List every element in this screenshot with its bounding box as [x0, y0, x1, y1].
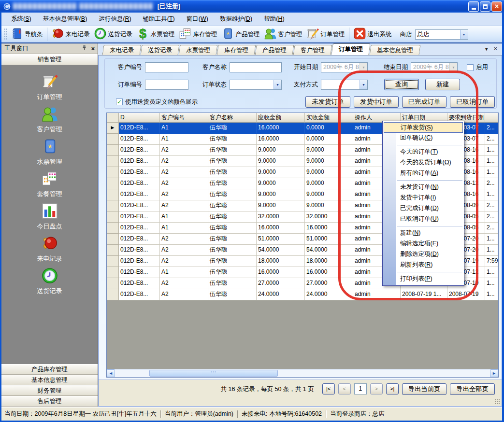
status-filter-button[interactable]: 已取消订单 [450, 96, 495, 108]
last-page-button[interactable]: >| [386, 383, 399, 394]
row-selector[interactable] [107, 200, 119, 211]
first-page-button[interactable]: |< [322, 383, 335, 394]
column-header[interactable]: 客户名称 [208, 113, 257, 123]
menubar-item[interactable]: 窗口(W) [181, 13, 214, 25]
close-button[interactable]: × [491, 1, 502, 12]
minimize-button[interactable] [468, 1, 479, 12]
query-button[interactable]: 查询 [384, 79, 419, 90]
scroll-left-icon[interactable]: ◄ [107, 369, 115, 377]
pay-method-select[interactable]: ▼ [321, 80, 368, 90]
toolbar-grip[interactable] [4, 28, 7, 41]
status-filter-button[interactable]: 发货中订单 [354, 96, 399, 108]
horizontal-scrollbar[interactable]: ◄ ► [107, 369, 498, 377]
enable-checkbox[interactable] [467, 64, 474, 71]
table-row[interactable]: 012D-E8...A2伍华聪24.000024.0000admin2008-0… [107, 289, 498, 300]
sidebar-item[interactable]: 订单管理 [1, 73, 98, 105]
context-menu-item[interactable]: 已取消订单(U) [383, 214, 464, 225]
tab-item[interactable]: 水票管理 [179, 45, 218, 55]
page-number-input[interactable]: 1 [354, 383, 367, 394]
row-selector[interactable]: ▶ [107, 123, 119, 134]
export-all-pages-button[interactable]: 导出全部页 [450, 383, 495, 395]
sidebar-group-bar[interactable]: 财务管理 [1, 385, 98, 396]
toolbar-button[interactable]: 导航条 [8, 26, 45, 42]
tab-item[interactable]: 基本信息管理 [370, 45, 421, 55]
sidebar-item[interactable]: 客户管理 [1, 105, 98, 138]
toolbar-button[interactable]: $水票管理 [134, 26, 177, 42]
sidebar-group-bar[interactable]: 售后管理 [1, 396, 98, 407]
menubar-item[interactable]: 数据维护(D) [214, 13, 258, 25]
row-selector[interactable] [107, 278, 119, 289]
row-selector[interactable] [107, 167, 119, 178]
context-menu-item[interactable]: 新建(N) [383, 228, 464, 239]
sidebar-item[interactable]: 套餐管理 [1, 170, 98, 202]
toolbar-button[interactable]: ★产品管理 [219, 26, 262, 42]
tab-close-icon[interactable]: × [494, 45, 497, 52]
context-menu-item[interactable]: 已完成订单(D) [383, 203, 464, 214]
tab-item[interactable]: 产品管理 [255, 45, 294, 55]
row-selector[interactable] [107, 245, 119, 256]
sidebar-group-bar[interactable]: 基本信息管理 [1, 375, 98, 385]
chevron-down-icon[interactable]: ▼ [460, 30, 468, 39]
context-menu-item[interactable]: 订单发货(S) [384, 122, 463, 133]
menubar-item[interactable]: 基本信息管理(B) [37, 13, 93, 25]
maximize-button[interactable] [480, 1, 490, 12]
menubar-item[interactable]: 运行信息(R) [93, 13, 137, 25]
row-selector[interactable] [107, 178, 119, 189]
next-page-button[interactable]: > [370, 383, 383, 394]
menubar-item[interactable]: 辅助工具(T) [137, 13, 181, 25]
menubar-item[interactable]: 帮助(H) [258, 13, 290, 25]
tab-item[interactable]: 来电记录 [102, 45, 142, 55]
row-selector[interactable] [107, 223, 119, 234]
context-menu-item[interactable]: 刷新列表(R) [383, 260, 464, 270]
scrollbar-thumb[interactable] [149, 370, 278, 377]
end-date-picker[interactable]: 2009年 6月 8日▼ [411, 62, 458, 72]
toolbar-button[interactable]: 客户管理 [262, 26, 304, 42]
scroll-right-icon[interactable]: ► [490, 369, 498, 377]
pin-icon[interactable] [81, 45, 87, 53]
context-menu-item[interactable]: 打印列表(P) [383, 274, 464, 284]
sidebar-item[interactable]: 来电记录 [1, 235, 98, 267]
row-selector[interactable] [107, 156, 119, 167]
order-status-select[interactable]: ▼ [230, 80, 282, 90]
context-menu-item[interactable]: 发货中订单(I) [383, 193, 464, 203]
sidebar-item[interactable]: ★水票管理 [1, 138, 98, 170]
row-selector[interactable] [107, 134, 119, 145]
tab-item[interactable]: 送货记录 [141, 45, 180, 55]
resize-grip[interactable] [494, 399, 500, 405]
column-header[interactable]: 应收金额 [257, 113, 305, 123]
new-button[interactable]: 新建 [425, 79, 460, 90]
customer-no-input[interactable] [145, 62, 188, 72]
sidebar-group-bar[interactable]: 产品库存管理 [1, 364, 98, 375]
row-selector[interactable] [107, 234, 119, 245]
sidebar-close-icon[interactable]: × [91, 45, 95, 52]
context-menu-item[interactable]: 今天的发货订单(O) [383, 157, 464, 168]
toolbar-button[interactable]: 来电记录 [49, 26, 92, 42]
status-filter-button[interactable]: 已完成订单 [402, 96, 447, 108]
toolbar-button[interactable]: 库存管理 [177, 26, 219, 42]
menubar-item[interactable]: 系统(S) [5, 13, 37, 25]
sidebar-item[interactable]: 今日盘点 [1, 202, 98, 235]
status-filter-button[interactable]: 未发货订单 [305, 96, 350, 108]
color-checkbox[interactable]: ✓ [116, 98, 123, 105]
column-header[interactable]: 客户编号 [160, 113, 208, 123]
sidebar-group-sales[interactable]: 销售管理 [1, 54, 98, 65]
context-menu-item[interactable]: 回单确认(C) [383, 133, 464, 143]
tab-item[interactable]: 客户管理 [293, 45, 332, 55]
start-date-picker[interactable]: 2009年 6月 8日▼ [321, 62, 368, 72]
context-menu-item[interactable]: 编辑选定项(E) [383, 239, 464, 249]
toolbar-button[interactable]: 送货记录 [92, 26, 134, 42]
column-header[interactable]: 实收金额 [305, 113, 353, 123]
context-menu-item[interactable]: 今天的订单(T) [383, 147, 464, 157]
tab-dropdown-icon[interactable]: ▼ [484, 46, 489, 52]
row-selector[interactable] [107, 256, 119, 267]
store-combo[interactable]: 总店▼ [415, 29, 468, 40]
context-menu-item[interactable]: 未发货订单(N) [383, 182, 464, 193]
row-selector[interactable] [107, 145, 119, 156]
prev-page-button[interactable]: < [338, 383, 351, 394]
toolbar-button[interactable]: 退出系统 [351, 26, 394, 42]
customer-name-input[interactable] [230, 62, 282, 72]
column-header[interactable] [485, 113, 498, 123]
order-no-input[interactable] [145, 80, 188, 90]
row-selector[interactable] [107, 289, 119, 300]
tab-active[interactable]: 订单管理 [331, 43, 370, 55]
